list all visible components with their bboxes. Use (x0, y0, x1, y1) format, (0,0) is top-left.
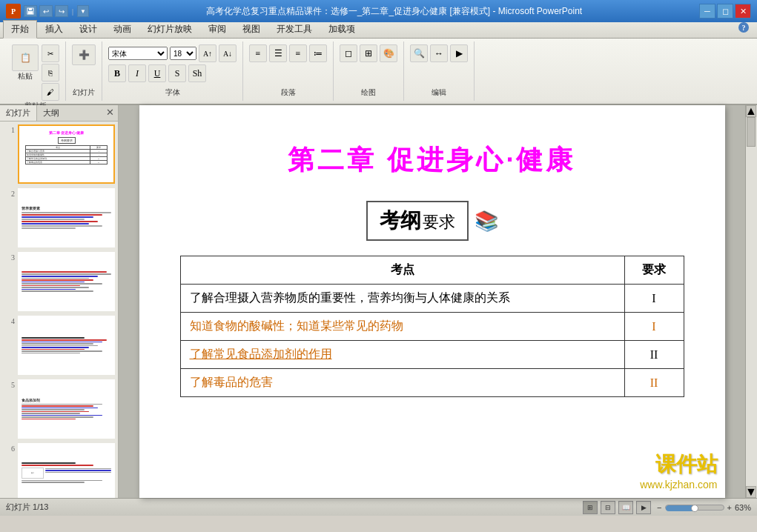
panel-tab-outline[interactable]: 大纲 (37, 105, 65, 121)
copy-btn[interactable]: ⎘ (42, 64, 59, 82)
slide-thumb-3[interactable]: 3 (3, 252, 115, 311)
slide-img-3[interactable] (18, 252, 115, 311)
shapes-btn[interactable]: ◻ (340, 44, 357, 62)
panel-tabs: 幻灯片 大纲 ✕ (0, 105, 118, 122)
zoom-level: − (657, 503, 661, 512)
book-icon: 📚 (475, 210, 498, 233)
tab-review[interactable]: 审阅 (200, 20, 234, 38)
panel-close-btn[interactable]: ✕ (102, 105, 118, 121)
tab-insert[interactable]: 插入 (37, 20, 71, 38)
replace-btn[interactable]: ↔ (430, 44, 448, 62)
cut-btn[interactable]: ✂ (42, 44, 59, 62)
main-area: 幻灯片 大纲 ✕ 1 第二章 促进身心·健康 考纲要求 考点要求 了解合理摄入营… (0, 105, 757, 498)
arrange-btn[interactable]: ⊞ (360, 44, 377, 62)
italic-btn[interactable]: I (128, 64, 146, 82)
close-btn[interactable]: ✕ (735, 4, 751, 19)
zoom-slider[interactable] (665, 505, 724, 511)
align-center-btn[interactable]: ☰ (269, 44, 287, 62)
slide-canvas: 第二章 促进身心·健康 考纲 要求 📚 考点 要求 (139, 105, 725, 498)
slide-img-6[interactable]: 图片 (18, 443, 115, 498)
table-header-yaoqiu: 要求 (624, 256, 684, 285)
tab-home[interactable]: 开始 (3, 20, 37, 39)
align-left-btn[interactable]: ≡ (249, 44, 267, 62)
decrease-font-btn[interactable]: A↓ (219, 44, 237, 62)
help-icon[interactable]: ? (733, 20, 754, 38)
view-buttons: ⊞ ⊟ 📖 ▶ (583, 501, 651, 514)
bullet-list-btn[interactable]: ≔ (309, 44, 327, 62)
shadow-btn[interactable]: Sh (188, 64, 206, 82)
table-cell-row1-col0: 知道食物的酸碱性；知道某些常见的药物 (180, 313, 624, 341)
tab-developer[interactable]: 开发工具 (268, 20, 320, 38)
slide-img-5[interactable]: 食品添加剂 (18, 379, 115, 439)
kaogang-text: 考纲 (380, 207, 421, 235)
editing-group: 🔍 ↔ ▶ 编辑 (404, 41, 475, 101)
undo-quick-btn[interactable]: ↩ (39, 5, 53, 17)
font-size-select[interactable]: 18 (170, 47, 196, 60)
title-bar: P ↩ ↪ | ▼ 高考化学总复习重点精品课件：选修一_第二章_促进身心健康 [… (0, 0, 757, 22)
format-painter-btn[interactable]: 🖌 (42, 83, 59, 101)
svg-text:P: P (11, 7, 16, 16)
table-row: 了解合理摄入营养物质的重要性，营养均衡与人体健康的关系 I (180, 285, 684, 313)
paste-btn[interactable]: 📋 (12, 44, 39, 71)
save-quick-btn[interactable] (24, 5, 37, 17)
tab-addins[interactable]: 加载项 (320, 20, 363, 38)
scroll-thumb[interactable] (747, 117, 756, 147)
new-slide-btn[interactable]: ➕ (72, 44, 96, 65)
normal-view-btn[interactable]: ⊞ (583, 501, 598, 514)
yaoqiu-text: 要求 (423, 211, 455, 233)
zoom-percent: 63% (735, 503, 751, 512)
align-right-btn[interactable]: ≡ (289, 44, 307, 62)
scroll-down-btn[interactable]: ▼ (746, 486, 756, 498)
tab-animation[interactable]: 动画 (105, 20, 139, 38)
quick-styles-btn[interactable]: 🎨 (380, 44, 397, 62)
table-cell-row1-col1: I (624, 313, 684, 341)
slide-count: 幻灯片 1/13 (6, 502, 48, 513)
scroll-up-btn[interactable]: ▲ (746, 105, 756, 117)
redo-quick-btn[interactable]: ↪ (55, 5, 68, 17)
table-row: 了解毒品的危害 II (180, 369, 684, 397)
slide-img-2[interactable]: 营养素要素 (18, 188, 115, 247)
slide-thumb-2[interactable]: 2 营养素要素 (3, 188, 115, 247)
tab-slideshow[interactable]: 幻灯片放映 (139, 20, 200, 38)
slide-thumb-6[interactable]: 6 图片 (3, 443, 115, 498)
underline-btn[interactable]: U (148, 64, 166, 82)
slide-thumb-1[interactable]: 1 第二章 促进身心·健康 考纲要求 考点要求 了解合理摄入营养...I 知道食… (3, 124, 115, 184)
restore-btn[interactable]: ◻ (717, 4, 733, 19)
strikethrough-btn[interactable]: S (168, 64, 186, 82)
font-family-select[interactable]: 宋体 (108, 47, 168, 60)
table-cell-row0-col0: 了解合理摄入营养物质的重要性，营养均衡与人体健康的关系 (180, 285, 624, 313)
slide-img-1[interactable]: 第二章 促进身心·健康 考纲要求 考点要求 了解合理摄入营养...I 知道食物的… (18, 124, 115, 184)
title-bar-left: P ↩ ↪ | ▼ (6, 4, 89, 19)
find-btn[interactable]: 🔍 (410, 44, 428, 62)
panel-tab-slides[interactable]: 幻灯片 (0, 105, 37, 121)
select-btn[interactable]: ▶ (450, 44, 468, 62)
table-cell-row0-col1: I (624, 285, 684, 313)
svg-text:?: ? (742, 24, 746, 32)
slide-sorter-btn[interactable]: ⊟ (601, 501, 615, 514)
dropdown-quick-btn[interactable]: ▼ (77, 5, 89, 17)
watermark-main: 课件站 (640, 450, 717, 479)
slide-title: 第二章 促进身心·健康 (139, 142, 725, 179)
slide-thumb-4[interactable]: 4 (3, 316, 115, 375)
slide-img-4[interactable] (18, 316, 115, 375)
reading-view-btn[interactable]: 📖 (618, 501, 633, 514)
table-cell-row3-col1: II (624, 369, 684, 397)
table-cell-row3-col0: 了解毒品的危害 (180, 369, 624, 397)
slide-panel: 幻灯片 大纲 ✕ 1 第二章 促进身心·健康 考纲要求 考点要求 了解合理摄入营… (0, 105, 119, 498)
tab-design[interactable]: 设计 (71, 20, 105, 38)
tab-view[interactable]: 视图 (234, 20, 268, 38)
window-controls[interactable]: ─ ◻ ✕ (699, 4, 751, 19)
bold-btn[interactable]: B (108, 64, 126, 82)
slide-thumb-5[interactable]: 5 食品添加剂 (3, 379, 115, 439)
table-row: 知道食物的酸碱性；知道某些常见的药物 I (180, 313, 684, 341)
exam-table: 考点 要求 了解合理摄入营养物质的重要性，营养均衡与人体健康的关系 I 知道食物… (180, 256, 684, 397)
zoom-thumb[interactable] (691, 505, 698, 512)
window-title: 高考化学总复习重点精品课件：选修一_第二章_促进身心健康 [兼容模式] - Mi… (206, 5, 582, 18)
table-cell-row2-col1: II (624, 341, 684, 369)
drawing-group: ◻ ⊞ 🎨 绘图 (334, 41, 404, 101)
slideshow-btn[interactable]: ▶ (636, 501, 651, 514)
vertical-scrollbar[interactable]: ▲ ▼ (745, 105, 757, 498)
increase-font-btn[interactable]: A↑ (199, 44, 216, 62)
slide-main: 第二章 促进身心·健康 考纲 要求 📚 考点 要求 (119, 105, 745, 498)
minimize-btn[interactable]: ─ (699, 4, 715, 19)
